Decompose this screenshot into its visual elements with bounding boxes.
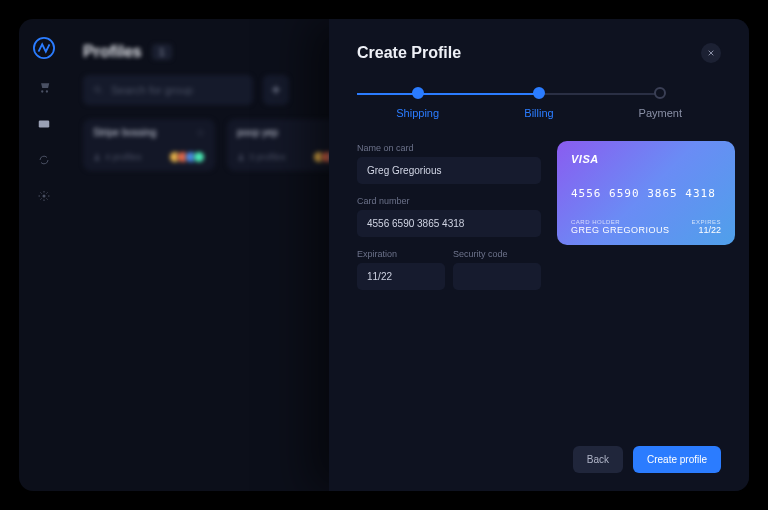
card-number-label: Card number [357,196,541,206]
profile-count-badge: 1 [152,44,172,60]
back-button[interactable]: Back [573,446,623,473]
page-title: Profiles [83,43,142,61]
modal-title: Create Profile [357,44,461,62]
card-number-display: 4556 6590 3865 4318 [571,187,721,200]
svg-point-5 [240,154,243,157]
nav-profiles-icon[interactable] [37,117,51,131]
search-input[interactable]: Search for group [83,75,253,105]
stepper: Shipping Billing Payment [357,87,721,119]
app-frame: Profiles 1 Search for group + Stripe bos… [19,19,749,491]
svg-rect-1 [39,121,50,128]
name-on-card-label: Name on card [357,143,541,153]
svg-point-2 [43,195,46,198]
create-profile-modal: Create Profile Shipping Billing Payment [329,19,749,491]
close-icon [707,49,715,57]
name-on-card-input[interactable] [357,157,541,184]
svg-point-4 [96,154,99,157]
user-icon [93,153,101,161]
credit-card-preview: VISA 4556 6590 3865 4318 CARD HOLDER GRE… [557,141,735,245]
card-expiry: 11/22 [691,225,721,235]
svg-point-3 [95,87,100,92]
security-code-label: Security code [453,249,541,259]
expiration-input[interactable] [357,263,445,290]
card-brand: VISA [571,153,721,165]
sidebar [19,19,69,491]
card-number-input[interactable] [357,210,541,237]
create-profile-button[interactable]: Create profile [633,446,721,473]
nav-settings-icon[interactable] [37,189,51,203]
expiration-label: Expiration [357,249,445,259]
nav-cart-icon[interactable] [37,81,51,95]
star-icon[interactable]: ☆ [196,127,205,138]
nav-refresh-icon[interactable] [37,153,51,167]
app-logo [33,37,55,59]
step-billing[interactable]: Billing [478,87,599,119]
step-shipping[interactable]: Shipping [357,87,478,119]
add-group-button[interactable]: + [263,75,289,105]
user-icon [237,153,245,161]
search-icon [93,85,103,95]
security-code-input[interactable] [453,263,541,290]
card-holder-name: GREG GREGORIOUS [571,225,670,235]
group-card[interactable]: Stripe bossing ☆ 4 profiles [83,119,215,171]
close-button[interactable] [701,43,721,63]
step-payment[interactable]: Payment [600,87,721,119]
